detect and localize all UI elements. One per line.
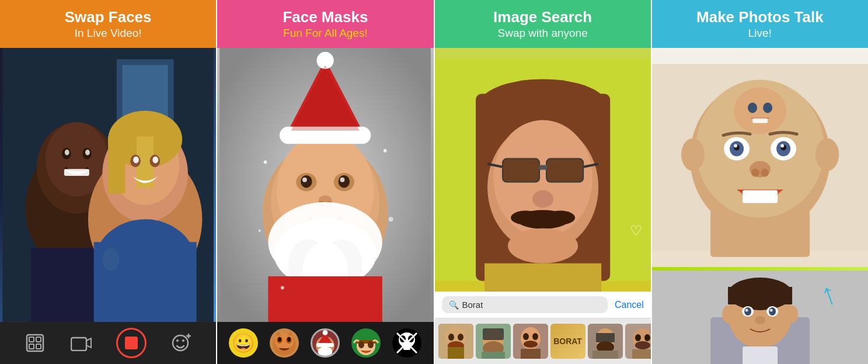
svg-point-33	[182, 339, 184, 342]
svg-rect-124	[521, 349, 541, 359]
panel-1-image	[0, 48, 216, 322]
panel-1-header: Swap Faces In Live Video!	[0, 0, 216, 48]
panel-2-mask-strip: 😀	[217, 322, 433, 364]
search-results: BORAT	[435, 318, 651, 364]
svg-point-134	[635, 341, 650, 349]
mask-elf[interactable]	[351, 328, 381, 358]
svg-point-44	[339, 175, 350, 188]
svg-point-20	[133, 157, 139, 164]
svg-point-157	[763, 102, 772, 113]
svg-point-63	[259, 230, 261, 232]
svg-point-81	[368, 341, 374, 348]
svg-rect-129	[592, 351, 618, 359]
mask-emoji[interactable]: 😀	[229, 328, 258, 358]
svg-point-156	[748, 102, 757, 113]
svg-point-76	[318, 346, 333, 357]
panel-image-search: Image Search Swap with anyone	[435, 0, 651, 364]
panel-2-title: Face Masks	[226, 8, 424, 26]
result-thumb-5[interactable]	[625, 324, 651, 359]
panel-3-header: Image Search Swap with anyone	[435, 0, 651, 48]
svg-point-101	[532, 190, 553, 207]
svg-point-70	[278, 337, 281, 342]
svg-point-24	[102, 248, 119, 271]
svg-point-170	[745, 309, 748, 312]
result-thumb-3[interactable]	[513, 324, 548, 359]
svg-rect-86	[403, 346, 410, 350]
svg-point-46	[340, 178, 345, 182]
svg-rect-163	[728, 287, 792, 304]
svg-point-111	[458, 334, 463, 341]
panel-4-title: Make Photos Talk	[661, 8, 859, 26]
svg-rect-127	[596, 333, 615, 342]
search-glass-icon: 🔍	[449, 300, 459, 310]
panel-3-title: Image Search	[444, 8, 642, 26]
svg-rect-30	[71, 338, 86, 351]
svg-rect-29	[36, 344, 41, 349]
panel-swap-faces: Swap Faces In Live Video!	[0, 0, 216, 364]
svg-point-148	[734, 144, 737, 147]
result-thumb-4[interactable]	[588, 324, 623, 359]
record-inner	[125, 337, 138, 349]
svg-point-140	[681, 138, 705, 171]
svg-rect-135	[632, 349, 651, 359]
svg-point-123	[524, 341, 538, 348]
svg-point-64	[389, 217, 393, 221]
svg-point-110	[448, 334, 454, 341]
panel-4-subtitle: Live!	[661, 26, 859, 41]
svg-rect-2	[123, 65, 168, 116]
panel-1-subtitle: In Live Video!	[9, 26, 207, 41]
heart-icon[interactable]: ♡	[630, 223, 643, 239]
panel-2-header: Face Masks Fun For All Ages!	[217, 0, 433, 48]
search-input-wrap[interactable]: 🔍 Borat	[442, 296, 608, 313]
svg-point-152	[761, 168, 769, 176]
search-bar: 🔍 Borat Cancel	[435, 292, 651, 318]
mask-skull[interactable]	[392, 328, 421, 358]
svg-point-171	[769, 309, 772, 312]
svg-point-71	[287, 337, 291, 342]
svg-rect-60	[269, 276, 382, 322]
search-cancel-button[interactable]: Cancel	[615, 300, 644, 310]
mask-goblin[interactable]	[270, 328, 299, 358]
emoji-plus-icon[interactable]	[169, 331, 193, 355]
panel-2-subtitle: Fun For All Ages!	[226, 26, 424, 41]
panel-1-toolbar	[0, 322, 216, 364]
svg-rect-16	[108, 136, 125, 193]
svg-point-132	[635, 334, 641, 341]
gallery-icon[interactable]	[23, 331, 47, 355]
svg-rect-113	[448, 347, 464, 359]
svg-rect-154	[743, 192, 777, 202]
svg-point-172	[755, 316, 765, 324]
svg-rect-118	[482, 352, 505, 359]
svg-rect-100	[547, 159, 583, 181]
svg-point-80	[358, 341, 364, 348]
panel-1-title: Swap Faces	[9, 8, 207, 26]
search-input-text: Borat	[462, 300, 483, 310]
svg-marker-78	[357, 330, 375, 341]
result-thumb-text[interactable]: BORAT	[550, 324, 585, 359]
panel-face-masks: Face Masks Fun For All Ages! ❄ ❄ ❄ ❄ ❄ ❄…	[217, 0, 433, 364]
svg-point-155	[734, 87, 786, 134]
svg-rect-74	[316, 343, 334, 347]
svg-point-9	[65, 150, 69, 155]
panel-3-search-area: 🔍 Borat Cancel	[435, 292, 651, 364]
panel-3-image: ♡	[435, 48, 651, 292]
mask-santa[interactable]	[311, 328, 340, 358]
svg-point-165	[786, 306, 798, 323]
svg-point-151	[751, 168, 759, 176]
panel-4-image: ↑	[652, 48, 868, 364]
svg-rect-96	[539, 165, 547, 169]
camera-icon[interactable]	[69, 331, 93, 355]
result-thumb-2[interactable]	[476, 324, 511, 359]
svg-point-103	[511, 210, 540, 224]
svg-rect-99	[503, 159, 539, 181]
svg-rect-173	[742, 346, 778, 364]
svg-point-65	[281, 286, 284, 289]
svg-rect-28	[29, 344, 34, 349]
record-button[interactable]	[116, 328, 147, 358]
result-thumb-1[interactable]	[438, 324, 473, 359]
panel-2-image: ❄ ❄ ❄ ❄ ❄ ❄ ❄	[217, 48, 433, 322]
svg-point-75	[323, 330, 328, 335]
svg-point-45	[302, 178, 307, 182]
svg-point-62	[384, 149, 387, 152]
svg-point-61	[264, 160, 267, 164]
